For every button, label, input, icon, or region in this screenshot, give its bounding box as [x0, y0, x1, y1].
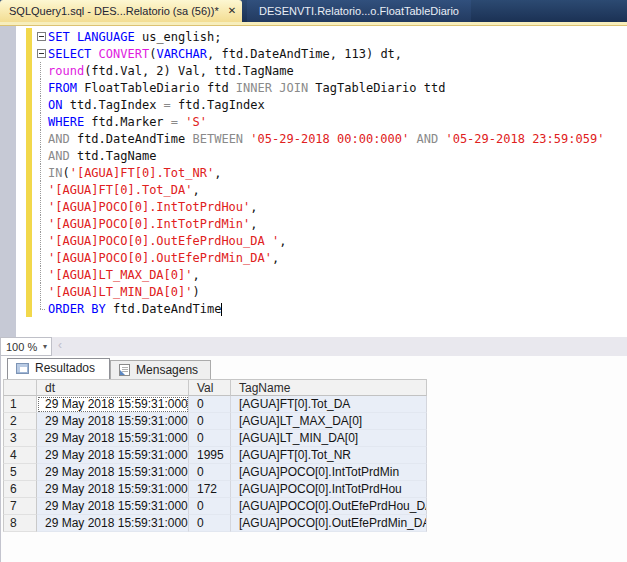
- code-line: '[AGUA]LT_MIN_DA[0]'): [34, 283, 627, 300]
- close-icon[interactable]: ✕: [228, 6, 236, 16]
- fold-guide: [34, 232, 48, 249]
- fold-collapse-icon[interactable]: [34, 45, 48, 62]
- grid-cell[interactable]: [AGUA]FT[0].Tot_NR: [231, 447, 427, 464]
- grid-cell[interactable]: 29 May 2018 15:59:31:000: [37, 464, 189, 481]
- fold-guide: [34, 283, 48, 300]
- editor-bottom-bar: 100 % ▾ ‹: [0, 337, 627, 356]
- grid-cell[interactable]: 1995: [189, 447, 231, 464]
- row-number[interactable]: 7: [3, 498, 37, 515]
- fold-guide: [34, 147, 48, 164]
- code-line: ON ttd.TagIndex = ftd.TagIndex: [34, 96, 627, 113]
- grid-cell[interactable]: [AGUA]LT_MAX_DA[0]: [231, 413, 427, 430]
- results-tab-strip: Resultados Mensagens: [7, 358, 211, 379]
- table-row: 329 May 2018 15:59:31:0000[AGUA]LT_MIN_D…: [3, 430, 427, 447]
- results-grid-icon: [16, 363, 29, 374]
- fold-guide: [34, 249, 48, 266]
- table-row: 729 May 2018 15:59:31:0000[AGUA]POCO[0].…: [3, 498, 427, 515]
- code-line: WHERE ftd.Marker = 'S': [34, 113, 627, 130]
- document-tab-bar: SQLQuery1.sql - DES...Relatorio (sa (56)…: [0, 0, 627, 22]
- row-number[interactable]: 4: [3, 447, 37, 464]
- grid-cell[interactable]: 0: [189, 430, 231, 447]
- row-number[interactable]: 8: [3, 515, 37, 532]
- code-text: FROM FloatTableDiario ftd INNER JOIN Tag…: [48, 81, 445, 95]
- code-area[interactable]: SET LANGUAGE us_english;SELECT CONVERT(V…: [34, 28, 627, 317]
- grid-header-row: dtValTagName: [3, 379, 427, 396]
- code-line: '[AGUA]POCO[0].IntTotPrdMin',: [34, 215, 627, 232]
- code-text: ON ttd.TagIndex = ftd.TagIndex: [48, 98, 265, 112]
- fold-guide: [34, 130, 48, 147]
- fold-guide: [34, 96, 48, 113]
- tab-mensagens[interactable]: Mensagens: [110, 360, 211, 379]
- grid-cell[interactable]: [AGUA]POCO[0].IntTotPrdHou: [231, 481, 427, 498]
- code-text: '[AGUA]LT_MAX_DA[0]',: [48, 268, 200, 282]
- scroll-left-icon: ‹: [58, 338, 62, 352]
- row-number[interactable]: 3: [3, 430, 37, 447]
- code-line: round(ftd.Val, 2) Val, ttd.TagName: [34, 62, 627, 79]
- table-row: 529 May 2018 15:59:31:0000[AGUA]POCO[0].…: [3, 464, 427, 481]
- fold-guide: [34, 181, 48, 198]
- column-header-val[interactable]: Val: [189, 379, 231, 396]
- tab-desenvti-floattablediario[interactable]: DESENVTI.Relatorio...o.FloatTableDiario: [247, 0, 471, 22]
- column-header-dt[interactable]: dt: [37, 379, 189, 396]
- grid-cell[interactable]: 0: [189, 515, 231, 532]
- code-text: '[AGUA]FT[0].Tot_DA',: [48, 183, 200, 197]
- horizontal-scrollbar[interactable]: ‹: [52, 337, 627, 356]
- fold-guide: [34, 113, 48, 130]
- table-row: 429 May 2018 15:59:31:0001995[AGUA]FT[0]…: [3, 447, 427, 464]
- chevron-down-icon: ▾: [43, 342, 51, 351]
- fold-guide: [34, 215, 48, 232]
- code-text: SET LANGUAGE us_english;: [48, 30, 221, 44]
- row-number[interactable]: 6: [3, 481, 37, 498]
- grid-cell[interactable]: 172: [189, 481, 231, 498]
- grid-cell[interactable]: 0: [189, 464, 231, 481]
- grid-cell[interactable]: 29 May 2018 15:59:31:000: [37, 413, 189, 430]
- code-text: '[AGUA]POCO[0].OutEfePrdMin_DA',: [48, 251, 279, 265]
- tab-mensagens-label: Mensagens: [136, 363, 198, 377]
- row-number[interactable]: 5: [3, 464, 37, 481]
- code-text: round(ftd.Val, 2) Val, ttd.TagName: [48, 64, 294, 78]
- grid-cell[interactable]: 29 May 2018 15:59:31:000: [37, 396, 189, 413]
- select-all-corner[interactable]: [3, 379, 37, 396]
- code-text: '[AGUA]POCO[0].IntTotPrdMin',: [48, 217, 258, 231]
- fold-guide: [34, 164, 48, 181]
- grid-cell[interactable]: 0: [189, 498, 231, 515]
- grid-cell[interactable]: [AGUA]POCO[0].OutEfePrdMin_DA: [231, 515, 427, 532]
- grid-cell[interactable]: [AGUA]POCO[0].OutEfePrdHou_DA: [231, 498, 427, 515]
- row-number[interactable]: 2: [3, 413, 37, 430]
- grid-cell[interactable]: 29 May 2018 15:59:31:000: [37, 498, 189, 515]
- code-line: SELECT CONVERT(VARCHAR, ftd.DateAndTime,…: [34, 45, 627, 62]
- column-header-tagname[interactable]: TagName: [231, 379, 427, 396]
- code-line: '[AGUA]POCO[0].OutEfePrdMin_DA',: [34, 249, 627, 266]
- grid-cell[interactable]: [AGUA]LT_MIN_DA[0]: [231, 430, 427, 447]
- table-row: 629 May 2018 15:59:31:000172[AGUA]POCO[0…: [3, 481, 427, 498]
- code-line: AND ftd.DateAndTime BETWEEN '05-29-2018 …: [34, 130, 627, 147]
- tab-resultados[interactable]: Resultados: [7, 358, 110, 379]
- results-grid: dtValTagName129 May 2018 15:59:31:0000[A…: [3, 379, 427, 532]
- row-number[interactable]: 1: [3, 396, 37, 413]
- fold-collapse-icon[interactable]: [34, 28, 48, 45]
- grid-cell[interactable]: 29 May 2018 15:59:31:000: [37, 481, 189, 498]
- code-line: FROM FloatTableDiario ftd INNER JOIN Tag…: [34, 79, 627, 96]
- code-line: '[AGUA]FT[0].Tot_DA',: [34, 181, 627, 198]
- grid-cell[interactable]: [AGUA]POCO[0].IntTotPrdMin: [231, 464, 427, 481]
- table-row: 129 May 2018 15:59:31:0000[AGUA]FT[0].To…: [3, 396, 427, 413]
- code-line: '[AGUA]POCO[0].IntTotPrdHou',: [34, 198, 627, 215]
- code-line: SET LANGUAGE us_english;: [34, 28, 627, 45]
- sql-editor[interactable]: SET LANGUAGE us_english;SELECT CONVERT(V…: [0, 26, 627, 337]
- grid-cell[interactable]: 29 May 2018 15:59:31:000: [37, 515, 189, 532]
- grid-cell[interactable]: 29 May 2018 15:59:31:000: [37, 430, 189, 447]
- grid-cell[interactable]: 0: [189, 396, 231, 413]
- table-row: 829 May 2018 15:59:31:0000[AGUA]POCO[0].…: [3, 515, 427, 532]
- grid-cell[interactable]: 0: [189, 413, 231, 430]
- code-line: AND ttd.TagName: [34, 147, 627, 164]
- indicator-margin: [0, 26, 16, 337]
- tab-sqlquery1[interactable]: SQLQuery1.sql - DES...Relatorio (sa (56)…: [0, 0, 242, 22]
- grid-cell[interactable]: 29 May 2018 15:59:31:000: [37, 447, 189, 464]
- code-text: '[AGUA]POCO[0].OutEfePrdHou_DA ',: [48, 234, 286, 248]
- text-caret: [221, 303, 222, 316]
- code-text: AND ttd.TagName: [48, 149, 156, 163]
- zoom-level-value: 100 %: [6, 341, 37, 353]
- grid-cell[interactable]: [AGUA]FT[0].Tot_DA: [231, 396, 427, 413]
- zoom-level-dropdown[interactable]: 100 % ▾: [0, 337, 52, 356]
- code-text: SELECT CONVERT(VARCHAR, ftd.DateAndTime,…: [48, 47, 402, 61]
